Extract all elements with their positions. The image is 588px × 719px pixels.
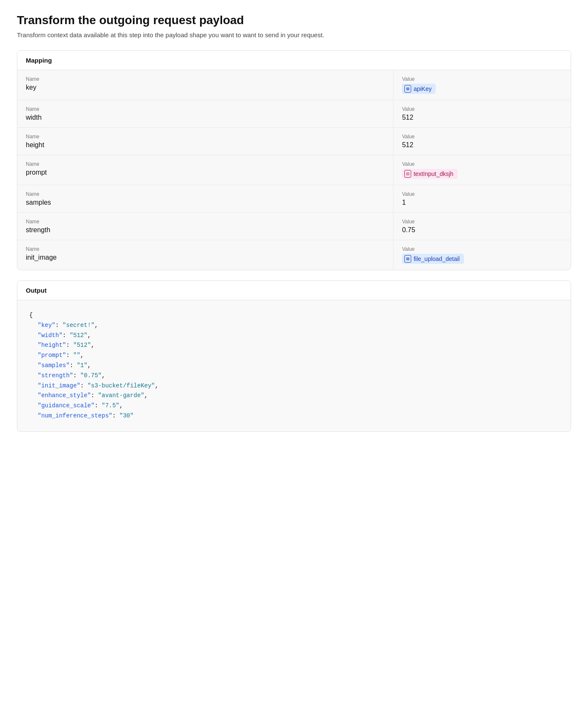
name-value: prompt (26, 169, 385, 176)
name-label: Name (26, 106, 385, 112)
mapping-row: NamewidthValue512 (17, 100, 571, 128)
value-content: ⊠apiKey (402, 84, 562, 94)
badge-icon: ⊠ (404, 85, 411, 93)
name-label: Name (26, 219, 385, 225)
name-label: Name (26, 76, 385, 82)
badge-label: file_upload_detail (414, 255, 460, 262)
mapping-name-cell: Nameheight (17, 128, 393, 155)
page-title: Transform the outgoing request payload (17, 14, 571, 27)
output-body: {"key": "secret!","width": "512","height… (17, 300, 571, 431)
output-line: "samples": "1", (29, 361, 559, 371)
mapping-value-cell: Value⊠apiKey (393, 70, 571, 100)
mapping-row: NameheightValue512 (17, 128, 571, 155)
name-label: Name (26, 134, 385, 140)
badge-label: textInput_dksjh (414, 170, 453, 177)
mapping-value-cell: Value1 (393, 185, 571, 212)
output-line: "prompt": "", (29, 351, 559, 361)
value-content: 1 (402, 199, 562, 206)
value-label: Value (402, 246, 562, 252)
value-label: Value (402, 191, 562, 197)
mapping-name-cell: Namewidth (17, 100, 393, 127)
mapping-name-cell: Namesamples (17, 185, 393, 212)
mapping-value-cell: Value512 (393, 128, 571, 155)
output-line: "guidance_scale": "7.5", (29, 401, 559, 411)
mapping-row: NamestrengthValue0.75 (17, 213, 571, 240)
value-label: Value (402, 219, 562, 225)
value-label: Value (402, 76, 562, 82)
mapping-name-cell: Nameinit_image (17, 240, 393, 270)
value-badge: ⊠file_upload_detail (402, 254, 464, 264)
mapping-value-cell: Value⊠file_upload_detail (393, 240, 571, 270)
value-content: ⊠file_upload_detail (402, 254, 562, 264)
output-section: Output {"key": "secret!","width": "512",… (17, 280, 571, 432)
mapping-value-cell: Value0.75 (393, 213, 571, 240)
mapping-section: Mapping NamekeyValue⊠apiKeyNamewidthValu… (17, 50, 571, 270)
mapping-name-cell: Namestrength (17, 213, 393, 240)
badge-icon: ⊡ (404, 170, 411, 178)
value-content: 0.75 (402, 226, 562, 234)
output-line: "enhance_style": "avant-garde", (29, 391, 559, 401)
value-content: 512 (402, 114, 562, 121)
mapping-value-cell: Value512 (393, 100, 571, 127)
badge-label: apiKey (414, 85, 432, 92)
value-content: ⊡textInput_dksjh (402, 169, 562, 179)
mapping-name-cell: Namekey (17, 70, 393, 100)
mapping-name-cell: Nameprompt (17, 155, 393, 185)
name-value: height (26, 141, 385, 149)
name-value: samples (26, 199, 385, 206)
mapping-section-header: Mapping (17, 51, 571, 70)
name-value: init_image (26, 254, 385, 261)
name-label: Name (26, 191, 385, 197)
value-label: Value (402, 161, 562, 167)
output-line: { (29, 310, 559, 321)
mapping-row: NamepromptValue⊡textInput_dksjh (17, 155, 571, 185)
value-label: Value (402, 134, 562, 140)
output-line: "key": "secret!", (29, 321, 559, 331)
name-label: Name (26, 246, 385, 252)
page-subtitle: Transform context data available at this… (17, 31, 571, 38)
output-line: "strength": "0.75", (29, 371, 559, 381)
name-value: strength (26, 226, 385, 234)
mapping-rows-container: NamekeyValue⊠apiKeyNamewidthValue512Name… (17, 70, 571, 270)
name-value: key (26, 84, 385, 91)
mapping-value-cell: Value⊡textInput_dksjh (393, 155, 571, 185)
name-label: Name (26, 161, 385, 167)
value-label: Value (402, 106, 562, 112)
value-badge: ⊡textInput_dksjh (402, 169, 457, 179)
value-content: 512 (402, 141, 562, 149)
output-line: "init_image": "s3-bucket/fileKey", (29, 381, 559, 391)
mapping-row: NamekeyValue⊠apiKey (17, 70, 571, 100)
output-section-header: Output (17, 281, 571, 300)
mapping-row: NamesamplesValue1 (17, 185, 571, 213)
output-line: "width": "512", (29, 331, 559, 341)
badge-icon: ⊠ (404, 255, 411, 263)
output-line: "height": "512", (29, 340, 559, 351)
value-badge: ⊠apiKey (402, 84, 436, 94)
mapping-row: Nameinit_imageValue⊠file_upload_detail (17, 240, 571, 270)
name-value: width (26, 114, 385, 121)
output-line: "num_inference_steps": "30" (29, 411, 559, 421)
